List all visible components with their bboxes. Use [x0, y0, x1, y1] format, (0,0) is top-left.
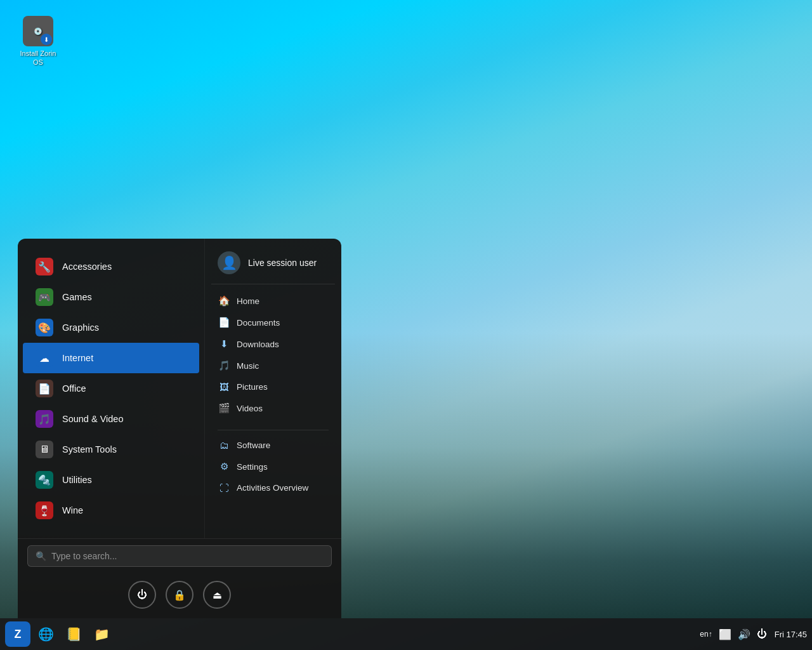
- display-icon[interactable]: ⬜: [719, 628, 731, 640]
- music-label: Music: [237, 361, 259, 371]
- taskbar-system-area: en↑ ⬜ 🔊 ⏻ Fri 17:45: [700, 628, 807, 640]
- place-downloads[interactable]: ⬇Downloads: [211, 334, 335, 354]
- wine-label: Wine: [62, 505, 83, 515]
- places-list: 🏠Home📄Documents⬇Downloads🎵Music🖼Pictures…: [211, 291, 335, 418]
- system-tray: en↑ ⬜ 🔊 ⏻: [700, 628, 766, 640]
- utilities-icon: 🔩: [36, 471, 53, 489]
- power-button[interactable]: ⏻: [128, 581, 156, 609]
- menu-right-panel: 👤 Live session user 🏠Home📄Documents⬇Down…: [205, 239, 341, 538]
- activities-label: Activities Overview: [237, 483, 308, 493]
- downloads-icon: ⬇: [218, 338, 230, 350]
- menu-category-office[interactable]: 📄Office: [23, 373, 199, 404]
- menu-category-utilities[interactable]: 🔩Utilities: [23, 465, 199, 495]
- language-indicator[interactable]: en↑: [700, 630, 712, 639]
- videos-icon: 🎬: [218, 402, 230, 414]
- power-buttons-row: ⏻ 🔒 ⏏: [18, 574, 341, 618]
- place-pictures[interactable]: 🖼Pictures: [211, 377, 335, 397]
- place-music[interactable]: 🎵Music: [211, 355, 335, 376]
- documents-label: Documents: [237, 318, 280, 328]
- divider-1: [218, 430, 329, 430]
- system-settings[interactable]: ⚙Settings: [211, 456, 335, 477]
- system-software[interactable]: 🗂Software: [211, 435, 335, 455]
- menu-category-internet[interactable]: ☁Internet: [23, 343, 199, 373]
- software-icon: 🗂: [218, 440, 230, 451]
- search-icon: 🔍: [36, 551, 46, 561]
- games-icon: 🎮: [36, 288, 53, 306]
- software-label: Software: [237, 441, 270, 450]
- documents-icon: 📄: [218, 317, 230, 328]
- home-icon: 🏠: [218, 295, 230, 307]
- system-tools-label: System Tools: [62, 444, 117, 454]
- office-icon: 📄: [36, 380, 53, 397]
- taskbar-files[interactable]: 📁: [89, 621, 114, 647]
- lock-button[interactable]: 🔒: [166, 581, 193, 609]
- logout-button[interactable]: ⏏: [203, 581, 231, 609]
- menu-search-area: 🔍: [18, 538, 341, 574]
- utilities-label: Utilities: [62, 475, 92, 485]
- taskbar-apps: Z 🌐 📒 📁: [5, 621, 114, 647]
- volume-icon[interactable]: 🔊: [738, 628, 750, 640]
- install-zorin-label-line1: Install Zorin: [16, 49, 60, 58]
- downloads-label: Downloads: [237, 340, 279, 349]
- games-label: Games: [62, 292, 92, 302]
- menu-category-games[interactable]: 🎮Games: [23, 282, 199, 312]
- power-status-icon[interactable]: ⏻: [757, 628, 767, 640]
- desktop: 💿 ⬇ Install Zorin OS 🔧Accessories🎮Games🎨…: [0, 0, 812, 650]
- videos-label: Videos: [237, 404, 263, 413]
- music-icon: 🎵: [218, 360, 230, 371]
- sound-video-icon: 🎵: [36, 410, 53, 428]
- internet-icon: ☁: [36, 349, 53, 367]
- accessories-icon: 🔧: [36, 258, 53, 275]
- taskbar-browser[interactable]: 🌐: [33, 621, 58, 647]
- place-documents[interactable]: 📄Documents: [211, 312, 335, 333]
- office-label: Office: [62, 383, 86, 394]
- graphics-label: Graphics: [62, 322, 99, 333]
- menu-category-accessories[interactable]: 🔧Accessories: [23, 251, 199, 282]
- taskbar-zorin-button[interactable]: Z: [5, 621, 30, 647]
- system-activities[interactable]: ⛶Activities Overview: [211, 478, 335, 498]
- menu-category-wine[interactable]: 🍷Wine: [23, 495, 199, 526]
- menu-categories: 🔧Accessories🎮Games🎨Graphics☁Internet📄Off…: [18, 239, 205, 538]
- install-zorin-icon[interactable]: 💿 ⬇ Install Zorin OS: [13, 13, 63, 70]
- internet-label: Internet: [62, 353, 93, 363]
- application-menu: 🔧Accessories🎮Games🎨Graphics☁Internet📄Off…: [18, 239, 341, 618]
- pictures-icon: 🖼: [218, 381, 230, 392]
- settings-icon: ⚙: [218, 461, 230, 472]
- system-tools-icon: 🖥: [36, 441, 53, 458]
- wine-icon: 🍷: [36, 501, 53, 519]
- settings-label: Settings: [237, 462, 268, 472]
- user-section: 👤 Live session user: [211, 248, 335, 284]
- menu-category-system-tools[interactable]: 🖥System Tools: [23, 434, 199, 465]
- user-name: Live session user: [248, 258, 317, 268]
- zorin-logo: Z: [15, 628, 22, 641]
- menu-category-sound-video[interactable]: 🎵Sound & Video: [23, 404, 199, 434]
- install-zorin-label-line2: OS: [16, 58, 60, 67]
- search-input[interactable]: [51, 551, 324, 561]
- taskbar: Z 🌐 📒 📁 en↑ ⬜ 🔊 ⏻ Fri 17:45: [0, 618, 812, 650]
- place-videos[interactable]: 🎬Videos: [211, 398, 335, 418]
- accessories-label: Accessories: [62, 262, 112, 272]
- graphics-icon: 🎨: [36, 319, 53, 336]
- activities-icon: ⛶: [218, 482, 230, 493]
- search-wrapper[interactable]: 🔍: [27, 545, 332, 567]
- pictures-label: Pictures: [237, 382, 268, 392]
- sound-video-label: Sound & Video: [62, 414, 123, 424]
- menu-category-graphics[interactable]: 🎨Graphics: [23, 312, 199, 343]
- place-home[interactable]: 🏠Home: [211, 291, 335, 311]
- system-actions: 🗂Software⚙Settings⛶Activities Overview: [211, 435, 335, 498]
- datetime-display: Fri 17:45: [775, 630, 807, 639]
- home-label: Home: [237, 296, 259, 306]
- taskbar-notes[interactable]: 📒: [61, 621, 86, 647]
- user-avatar: 👤: [218, 251, 240, 274]
